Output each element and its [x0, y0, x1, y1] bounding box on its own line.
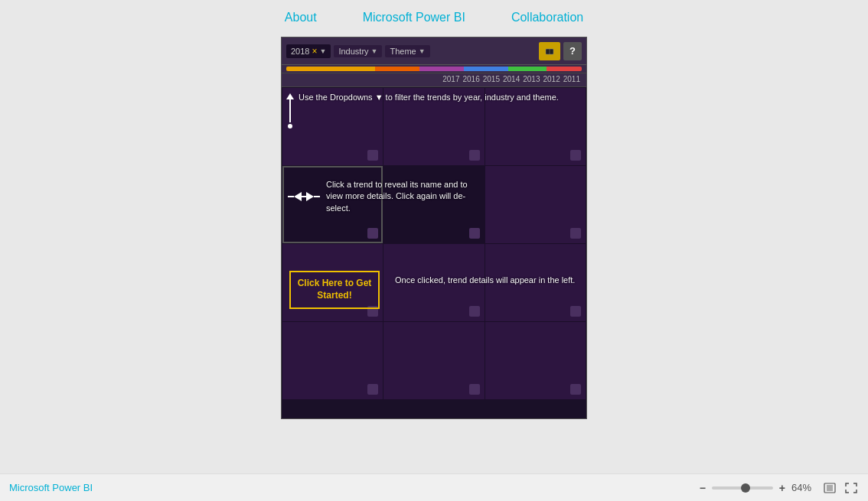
years-row: 2017 2016 2015 2014 2013 2012 2011: [282, 73, 586, 87]
trend-cell-2[interactable]: [383, 88, 484, 165]
theme-dropdown[interactable]: Theme ▼: [385, 45, 429, 57]
trend-cell-1[interactable]: [282, 88, 383, 165]
theme-label: Theme: [390, 47, 416, 56]
year-chevron: ▼: [320, 47, 327, 55]
eraser-icon: [544, 46, 555, 57]
fullscreen-button[interactable]: [844, 482, 859, 494]
industry-chevron: ▼: [371, 47, 378, 55]
year-2016: 2016: [463, 75, 480, 83]
cell-icon: [367, 384, 378, 395]
help-label: ?: [569, 45, 576, 57]
main-content: 2018 × ▼ Industry ▼ Theme ▼ ?: [0, 32, 868, 473]
expand-icon: [845, 483, 857, 493]
zoom-slider[interactable]: [712, 486, 773, 490]
top-navigation: About Microsoft Power BI Collaboration: [0, 0, 868, 32]
cell-icon: [570, 306, 581, 317]
trend-cell-12[interactable]: [485, 322, 586, 399]
nav-collaboration[interactable]: Collaboration: [511, 11, 583, 24]
year-scroll-track: [286, 67, 582, 71]
year-2012: 2012: [543, 75, 560, 83]
cell-icon: [570, 384, 581, 395]
cell-icon: [367, 150, 378, 161]
trend-cell-5[interactable]: [383, 166, 484, 243]
year-scrollbar[interactable]: [282, 65, 586, 73]
cell-icon: [570, 150, 581, 161]
zoom-value: 64%: [791, 482, 816, 493]
year-close[interactable]: ×: [312, 46, 317, 57]
trend-cell-9[interactable]: [485, 244, 586, 321]
year-dropdown[interactable]: 2018 × ▼: [286, 44, 331, 58]
industry-label: Industry: [338, 47, 368, 56]
theme-chevron: ▼: [419, 47, 426, 55]
status-bar: Microsoft Power BI − + 64%: [0, 473, 868, 501]
trend-cell-6[interactable]: [485, 166, 586, 243]
trend-cell-8[interactable]: [383, 244, 484, 321]
get-started-button[interactable]: Click Here to Get Started!: [289, 271, 380, 309]
embed-toolbar: 2018 × ▼ Industry ▼ Theme ▼ ?: [282, 37, 586, 65]
cell-icon: [367, 228, 378, 239]
zoom-thumb: [741, 483, 750, 493]
cell-icon: [469, 306, 480, 317]
nav-powerbi[interactable]: Microsoft Power BI: [363, 11, 465, 24]
fit-page-button[interactable]: [822, 482, 837, 494]
nav-about[interactable]: About: [285, 11, 317, 24]
year-2017: 2017: [442, 75, 459, 83]
zoom-out-button[interactable]: −: [700, 482, 706, 494]
cell-icon: [570, 228, 581, 239]
help-button[interactable]: ?: [563, 42, 582, 60]
eraser-button[interactable]: [539, 42, 560, 60]
year-2011: 2011: [563, 75, 580, 83]
cell-icon: [469, 384, 480, 395]
trend-cell-4[interactable]: [282, 166, 383, 243]
fit-icon: [824, 483, 836, 493]
app-name-link[interactable]: Microsoft Power BI: [9, 482, 93, 493]
year-2014: 2014: [503, 75, 520, 83]
cell-icon: [469, 150, 480, 161]
svg-rect-3: [827, 485, 833, 491]
trends-grid: Use the Dropdowns ▼ to filter the trends…: [282, 87, 586, 400]
zoom-controls: − + 64%: [700, 482, 859, 494]
year-2013: 2013: [523, 75, 540, 83]
cta-label: Click Here to Get Started!: [291, 278, 378, 301]
trend-cell-3[interactable]: [485, 88, 586, 165]
year-value: 2018: [291, 47, 309, 56]
year-2015: 2015: [483, 75, 500, 83]
cell-icon: [469, 228, 480, 239]
zoom-in-button[interactable]: +: [779, 482, 785, 494]
trend-cell-10[interactable]: [282, 322, 383, 399]
embed-footer: [282, 400, 586, 418]
industry-dropdown[interactable]: Industry ▼: [334, 45, 382, 57]
trend-cell-11[interactable]: [383, 322, 484, 399]
powerbi-embed: 2018 × ▼ Industry ▼ Theme ▼ ?: [281, 37, 587, 419]
